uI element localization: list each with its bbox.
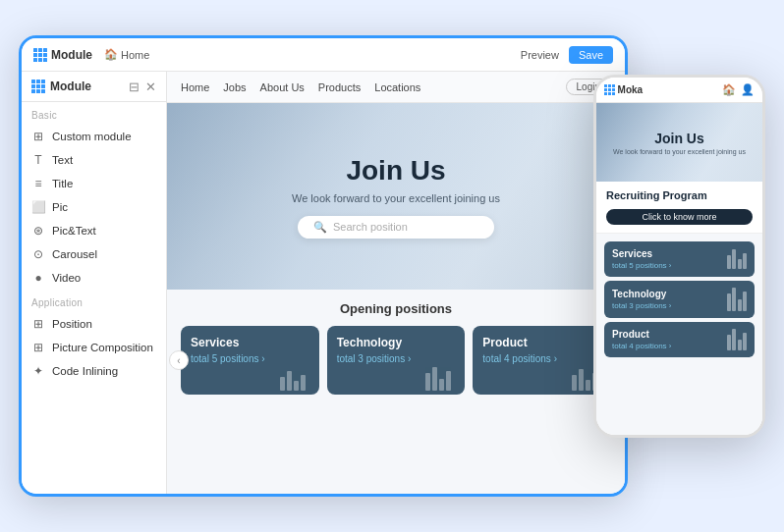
- hero-section: Join Us We look forward to your excellen…: [167, 103, 625, 290]
- mobile-card-info: Product total 4 positions ›: [612, 329, 672, 350]
- nav-jobs[interactable]: Jobs: [223, 81, 246, 93]
- sidebar-item-label: Custom module: [52, 131, 132, 142]
- hero-content: Join Us We look forward to your excellen…: [292, 155, 500, 239]
- building-icon-services: [280, 355, 315, 391]
- positions-title: Opening positions: [181, 301, 611, 316]
- sidebar-item-position[interactable]: ⊞ Position: [22, 312, 166, 336]
- website-nav: Home Jobs About Us Products Locations Lo…: [167, 72, 625, 103]
- search-bar[interactable]: 🔍 Search position: [298, 216, 494, 239]
- mobile-logo: Moka: [604, 84, 643, 95]
- tablet-topbar: Module 🏠 Home Preview Save: [22, 38, 625, 72]
- recruiting-title: Recruiting Program: [606, 189, 753, 201]
- search-placeholder-text: Search position: [333, 221, 408, 233]
- custom-module-icon: ⊞: [31, 130, 45, 143]
- know-more-button[interactable]: Click to know more: [606, 209, 753, 225]
- mobile-card-title: Product: [612, 329, 672, 340]
- position-icon: ⊞: [31, 317, 45, 331]
- sidebar-item-label: Code Inlining: [52, 365, 118, 377]
- nav-products[interactable]: Products: [318, 81, 361, 93]
- sidebar-module: Module: [31, 80, 91, 93]
- sidebar-header-icons: ⊟ ✕: [129, 80, 156, 93]
- mobile-card-count: total 3 positions ›: [612, 301, 672, 310]
- mobile-hero: Join Us We look forward to your excellen…: [596, 103, 762, 182]
- hero-subtitle: We look forward to your excellent joinin…: [292, 192, 500, 204]
- scene: Module 🏠 Home Preview Save: [19, 16, 765, 516]
- sidebar-section-basic: Basic: [22, 102, 166, 125]
- sidebar-item-label: Pic: [52, 201, 68, 213]
- module-logo: Module: [33, 48, 92, 62]
- prev-button[interactable]: ‹: [169, 350, 189, 370]
- sidebar-grid-icon: [31, 80, 45, 93]
- building-icon-tech: [425, 355, 461, 391]
- topbar-left: Module 🏠 Home: [33, 48, 149, 62]
- positions-grid: ‹ Services total 5 positions ›: [181, 326, 611, 395]
- sidebar-item-title[interactable]: ≡ Title: [22, 172, 166, 195]
- sidebar-item-video[interactable]: ● Video: [22, 266, 166, 290]
- mobile-card-product[interactable]: Product total 4 positions ›: [604, 322, 755, 357]
- mobile-card-title: Services: [612, 248, 672, 259]
- card-title: Services: [191, 336, 309, 349]
- mobile-home-icon: 🏠: [722, 83, 736, 96]
- tablet-content: Module ⊟ ✕ Basic ⊞ Custom module T Text: [22, 72, 625, 494]
- grid-logo-icon: [33, 48, 47, 62]
- position-card-product[interactable]: Product total 4 positions ›: [473, 326, 611, 395]
- home-label: Home: [121, 49, 149, 61]
- sidebar-item-label: Picture Composition: [52, 342, 153, 353]
- sidebar-item-pictext[interactable]: ⊛ Pic&Text: [22, 219, 166, 242]
- sidebar-item-code-inlining[interactable]: ✦ Code Inlining: [22, 359, 166, 383]
- sidebar-section-application: Application: [22, 290, 166, 312]
- sidebar-item-label: Video: [52, 272, 81, 284]
- position-card-technology[interactable]: Technology total 3 positions ›: [327, 326, 466, 395]
- mobile-device: Moka 🏠 👤 Join Us We look forward to your…: [593, 75, 765, 438]
- code-inlining-icon: ✦: [31, 364, 45, 378]
- mobile-logo-label: Moka: [618, 84, 644, 95]
- nav-about[interactable]: About Us: [260, 81, 305, 93]
- sidebar-item-label: Text: [52, 154, 73, 166]
- module-label: Module: [51, 48, 92, 62]
- hero-title: Join Us: [292, 155, 500, 186]
- sidebar-item-pic[interactable]: ⬜ Pic: [22, 195, 166, 219]
- website-preview: Home Jobs About Us Products Locations Lo…: [167, 72, 625, 494]
- pic-icon: ⬜: [31, 200, 45, 214]
- sidebar: Module ⊟ ✕ Basic ⊞ Custom module T Text: [22, 72, 167, 494]
- mobile-card-count: total 5 positions ›: [612, 261, 672, 270]
- mobile-card-services[interactable]: Services total 5 positions ›: [604, 241, 755, 277]
- sidebar-module-label: Module: [50, 80, 91, 93]
- topbar-right: Preview Save: [521, 46, 613, 64]
- mobile-card-title: Technology: [612, 289, 672, 299]
- sidebar-layout-icon[interactable]: ⊟: [129, 80, 140, 93]
- sidebar-item-label: Carousel: [52, 248, 97, 260]
- mobile-card-count: total 4 positions ›: [612, 342, 672, 350]
- nav-locations[interactable]: Locations: [374, 81, 420, 93]
- topbar-home[interactable]: 🏠 Home: [104, 48, 149, 61]
- home-icon: 🏠: [104, 48, 118, 61]
- sidebar-item-custom-module[interactable]: ⊞ Custom module: [22, 125, 166, 148]
- tablet-device: Module 🏠 Home Preview Save: [19, 35, 628, 497]
- picture-composition-icon: ⊞: [31, 341, 45, 354]
- text-icon: T: [31, 153, 45, 167]
- mobile-hero-subtitle: We look forward to your excellent joinin…: [603, 148, 756, 155]
- recruiting-banner: Recruiting Program Click to know more: [596, 182, 762, 234]
- title-icon: ≡: [31, 177, 45, 190]
- preview-button[interactable]: Preview: [521, 49, 559, 61]
- carousel-icon: ⊙: [31, 247, 45, 261]
- mobile-building-icon-services: [727, 249, 748, 269]
- sidebar-item-text[interactable]: T Text: [22, 148, 166, 172]
- mobile-grid-icon: [604, 84, 615, 95]
- mobile-card-technology[interactable]: Technology total 3 positions ›: [604, 281, 755, 318]
- mobile-card-info: Technology total 3 positions ›: [612, 289, 672, 310]
- position-card-services[interactable]: Services total 5 positions ›: [181, 326, 319, 395]
- card-title: Technology: [337, 336, 456, 349]
- pictext-icon: ⊛: [31, 224, 45, 238]
- mobile-header-icons: 🏠 👤: [722, 83, 755, 96]
- nav-home[interactable]: Home: [181, 81, 209, 93]
- mobile-hero-title: Join Us: [654, 131, 704, 146]
- save-button[interactable]: Save: [569, 46, 613, 64]
- video-icon: ●: [31, 271, 45, 285]
- sidebar-item-picture-composition[interactable]: ⊞ Picture Composition: [22, 336, 166, 359]
- card-title: Product: [482, 336, 601, 349]
- sidebar-item-carousel[interactable]: ⊙ Carousel: [22, 242, 166, 266]
- positions-section: Opening positions ‹ Services total 5 pos…: [167, 290, 625, 494]
- sidebar-close-icon[interactable]: ✕: [145, 80, 156, 93]
- mobile-person-icon: 👤: [741, 83, 755, 96]
